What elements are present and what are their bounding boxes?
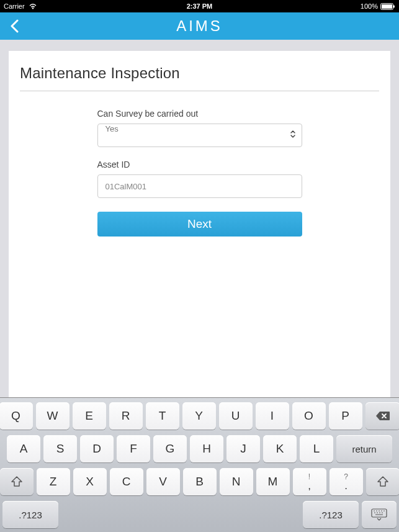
dismiss-keyboard-key[interactable] xyxy=(362,501,397,528)
next-button[interactable]: Next xyxy=(97,212,302,237)
key-period[interactable]: ?. xyxy=(330,468,363,495)
svg-rect-2 xyxy=(393,5,395,7)
battery-icon xyxy=(380,3,395,10)
form: Can Survey be carried out Yes Asset ID N… xyxy=(97,109,302,237)
keyboard-row-2: ASDFGHJKLreturn xyxy=(2,435,397,462)
key-l[interactable]: L xyxy=(300,435,333,462)
keyboard-row-3: ZXCVBNM!,?. xyxy=(2,468,397,495)
shift-key-left[interactable] xyxy=(0,468,34,495)
survey-select-wrap: Yes xyxy=(97,124,302,147)
key-n[interactable]: N xyxy=(220,468,253,495)
svg-rect-1 xyxy=(382,4,392,9)
survey-select[interactable]: Yes xyxy=(97,124,302,147)
key-o[interactable]: O xyxy=(292,402,326,430)
key-p[interactable]: P xyxy=(329,402,362,430)
key-k[interactable]: K xyxy=(263,435,297,462)
asset-id-input[interactable] xyxy=(97,174,302,198)
key-e[interactable]: E xyxy=(73,402,106,430)
status-time: 2:37 PM xyxy=(187,2,213,10)
key-j[interactable]: J xyxy=(226,435,260,462)
shift-icon xyxy=(11,476,23,487)
page-title: Maintenance Inspection xyxy=(20,65,379,91)
return-key[interactable]: return xyxy=(336,435,392,462)
asset-id-label: Asset ID xyxy=(97,160,302,169)
back-button[interactable] xyxy=(5,12,30,40)
key-g[interactable]: G xyxy=(153,435,187,462)
keyboard-row-1: QWERTYUIOP xyxy=(2,402,397,430)
numsym-key-left[interactable]: .?123 xyxy=(2,501,58,528)
shift-key-right[interactable] xyxy=(366,468,400,495)
keyboard-row-4: .?123 .?123 xyxy=(2,501,397,528)
nav-bar: AIMS xyxy=(0,12,399,40)
keyboard: QWERTYUIOP ASDFGHJKLreturn ZXCVBNM!,?. .… xyxy=(0,397,399,532)
shift-icon xyxy=(377,476,389,487)
wifi-icon xyxy=(29,3,37,9)
key-y[interactable]: Y xyxy=(182,402,216,430)
key-z[interactable]: Z xyxy=(37,468,70,495)
status-bar: Carrier 2:37 PM 100% xyxy=(0,0,399,12)
key-t[interactable]: T xyxy=(146,402,179,430)
key-x[interactable]: X xyxy=(73,468,107,495)
key-b[interactable]: B xyxy=(183,468,217,495)
key-w[interactable]: W xyxy=(36,402,69,430)
key-r[interactable]: R xyxy=(109,402,143,430)
form-card: Maintenance Inspection Can Survey be car… xyxy=(9,51,390,397)
key-d[interactable]: D xyxy=(80,435,114,462)
battery-label: 100% xyxy=(361,2,378,10)
key-h[interactable]: H xyxy=(190,435,223,462)
key-m[interactable]: M xyxy=(256,468,290,495)
key-v[interactable]: V xyxy=(146,468,180,495)
dismiss-keyboard-icon xyxy=(371,508,387,521)
carrier-label: Carrier xyxy=(4,2,25,10)
backspace-icon xyxy=(375,411,390,421)
key-comma[interactable]: !, xyxy=(293,468,326,495)
key-f[interactable]: F xyxy=(117,435,150,462)
key-a[interactable]: A xyxy=(7,435,40,462)
key-c[interactable]: C xyxy=(110,468,143,495)
content-area: Maintenance Inspection Can Survey be car… xyxy=(0,40,399,397)
key-u[interactable]: U xyxy=(219,402,253,430)
key-i[interactable]: I xyxy=(256,402,289,430)
numsym-key-right[interactable]: .?123 xyxy=(303,501,359,528)
key-s[interactable]: S xyxy=(43,435,77,462)
backspace-key[interactable] xyxy=(365,402,400,430)
key-q[interactable]: Q xyxy=(0,402,33,430)
chevron-left-icon xyxy=(10,19,19,33)
nav-title: AIMS xyxy=(176,17,223,35)
survey-label: Can Survey be carried out xyxy=(97,109,302,119)
